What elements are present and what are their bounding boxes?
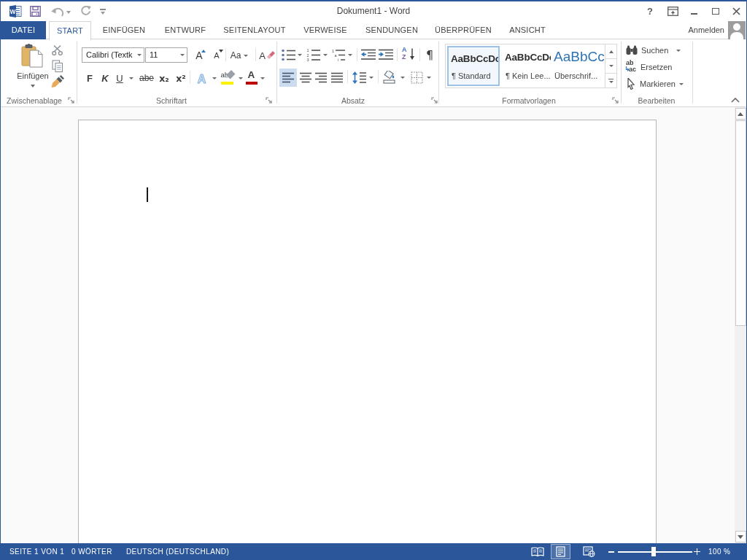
mini-separator [378,70,379,83]
help-button[interactable]: ? [641,1,659,21]
tab-datei[interactable]: DATEI [1,21,46,39]
web-layout-button[interactable] [579,544,599,559]
styles-dialog-launcher-icon[interactable] [612,97,619,104]
tab-ueberpruefen[interactable]: ÜBERPRÜFEN [433,21,494,39]
styles-scroll-down-button[interactable] [605,59,616,74]
line-spacing-button[interactable] [350,69,368,87]
collapse-ribbon-icon[interactable] [731,97,740,103]
numbering-dropdown[interactable] [321,47,330,63]
superscript-button[interactable]: x² [173,70,189,86]
text-effects-dropdown[interactable] [210,70,219,86]
align-center-button[interactable] [298,69,314,87]
scroll-up-icon [609,50,614,53]
font-color-dropdown[interactable] [258,70,267,86]
group-separator [276,42,277,104]
line-spacing-dropdown[interactable] [367,69,376,85]
scrollbar-up-button[interactable] [735,108,746,120]
bullets-dropdown[interactable] [295,47,304,63]
cut-icon[interactable] [52,45,64,55]
tab-entwurf[interactable]: ENTWURF [160,21,211,39]
ribbon-display-options-button[interactable] [663,1,682,21]
ribbon: Einfügen Zwischenablage [1,39,746,107]
underline-button[interactable]: U [112,70,127,86]
tab-verweise[interactable]: VERWEISE [300,21,351,39]
show-paragraph-marks-button[interactable]: ¶ [422,47,438,63]
italic-button[interactable]: K [98,70,112,86]
multilevel-list-button[interactable]: 1 a i [330,47,346,63]
paragraph-dialog-launcher-icon[interactable] [431,97,438,104]
grow-font-button[interactable]: A [191,47,207,63]
shading-dropdown[interactable] [398,69,407,85]
read-mode-button[interactable] [527,544,547,559]
style-ueberschrift-1[interactable]: AaBbCc Überschrif... [551,46,605,86]
word-window: W Dokument1 - Word ? [0,0,747,560]
zoom-out-button[interactable] [608,551,614,553]
strikethrough-button[interactable]: abe [137,70,156,86]
subscript-button[interactable]: x₂ [156,70,172,86]
font-name-combo[interactable]: Calibri (Textk [82,47,144,63]
text-effects-button[interactable]: A [193,70,210,86]
replace-button[interactable]: ab ac Ersetzen [625,61,672,74]
highlight-button[interactable]: ab [219,70,236,86]
font-color-button[interactable]: A [244,70,259,86]
document-area [1,107,746,543]
styles-scroll-up-button[interactable] [605,44,616,59]
language-indicator[interactable]: DEUTSCH (DEUTSCHLAND) [126,543,229,560]
maximize-button[interactable] [706,1,724,21]
underline-dropdown[interactable] [127,70,136,86]
tab-start[interactable]: START [49,21,91,40]
bold-button[interactable]: F [82,70,97,86]
bullets-button[interactable] [280,47,296,63]
zoom-level[interactable]: 100 % [708,543,730,560]
clear-formatting-button[interactable]: A [258,47,276,63]
tab-ansicht[interactable]: ANSICHT [504,21,551,39]
multilevel-dropdown[interactable] [346,47,355,63]
sign-in-link[interactable]: Anmelden [688,21,724,39]
vertical-scrollbar [735,107,746,543]
style-standard[interactable]: AaBbCcDc ¶ Standard [447,46,500,86]
document-page[interactable] [78,120,657,543]
numbering-button[interactable]: 1 2 3 [305,47,321,63]
select-button[interactable]: Markieren [627,77,684,90]
change-case-button[interactable]: Aa [228,47,251,63]
replace-label: Ersetzen [640,63,672,71]
word-count[interactable]: 0 WÖRTER [71,543,112,560]
copy-icon[interactable] [52,60,64,73]
decrease-indent-button[interactable] [360,47,377,63]
group-separator [77,42,77,104]
zoom-in-button[interactable] [694,548,700,555]
align-right-button[interactable] [313,69,329,87]
font-dialog-launcher-icon[interactable] [266,97,273,104]
format-painter-icon[interactable] [51,75,65,88]
page-indicator[interactable]: SEITE 1 VON 1 [9,543,64,560]
numbering-icon: 1 2 3 [306,48,320,61]
borders-button[interactable] [408,69,425,87]
borders-dropdown[interactable] [425,69,433,85]
style-name: ¶ Kein Lee... [506,71,551,80]
group-separator [621,42,622,104]
print-layout-button[interactable] [551,544,570,559]
minimize-button[interactable] [685,1,703,21]
shading-button[interactable] [381,69,398,87]
style-kein-leerraum[interactable]: AaBbCcDc ¶ Kein Lee... [503,46,551,86]
find-button[interactable]: Suchen [626,44,681,57]
shrink-font-button[interactable]: A [209,47,225,63]
tab-einfuegen[interactable]: EINFÜGEN [97,21,151,39]
increase-indent-button[interactable] [377,47,395,63]
increase-indent-icon [379,49,393,61]
scrollbar-thumb[interactable] [735,120,746,326]
justify-button[interactable] [328,69,345,87]
zoom-slider-thumb[interactable] [651,547,656,556]
styles-more-button[interactable] [605,74,616,88]
close-button[interactable] [727,1,746,21]
tab-sendungen[interactable]: SENDUNGEN [363,21,421,39]
align-left-button[interactable] [279,69,297,87]
font-size-combo[interactable]: 11 [145,47,187,63]
avatar[interactable] [728,21,746,39]
paste-button[interactable]: Einfügen [11,42,55,95]
tab-seitenlayout[interactable]: SEITENLAYOUT [218,21,291,39]
scrollbar-down-button[interactable] [735,531,746,542]
clipboard-dialog-launcher-icon[interactable] [68,97,75,104]
sort-button[interactable]: A Z [400,47,417,63]
style-preview: AaBbCc [554,49,605,65]
